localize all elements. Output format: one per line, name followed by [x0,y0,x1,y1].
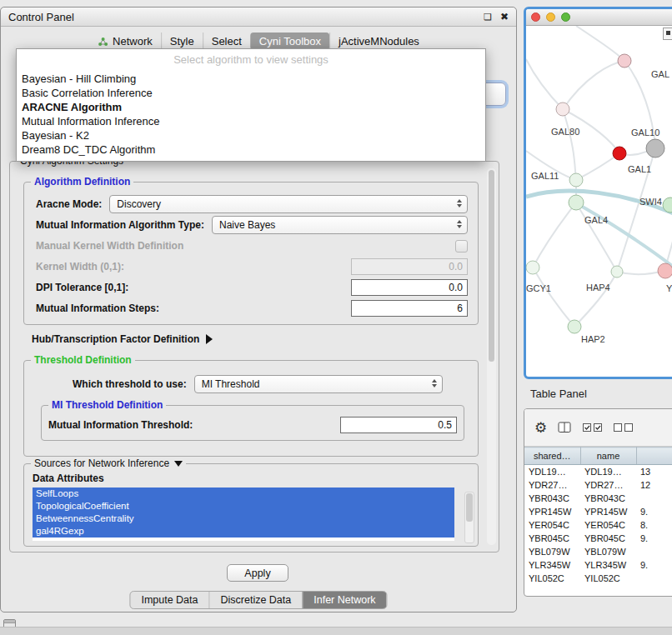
attributes-scrollbar-thumb[interactable] [466,493,473,522]
which-threshold-label: Which threshold to use: [73,378,187,390]
network-node[interactable] [568,320,581,333]
mi-threshold-input[interactable] [340,417,457,433]
table-cell: YLR345W [524,558,580,572]
tab-cyni-toolbox[interactable]: Cyni Toolbox [250,32,329,50]
algorithm-option[interactable]: Dream8 DC_TDC Algorithm [17,142,485,157]
collapse-down-icon [174,461,183,467]
show-columns-icon[interactable] [558,422,572,433]
mi-type-label: Mutual Information Algorithm Type: [36,219,204,231]
network-canvas[interactable]: GALGAL80GAL10GAL1GAL11SWI4GAL4GCY1HAP4YH… [526,26,672,363]
sources-legend[interactable]: Sources for Network Inference [31,458,186,469]
algorithm-option[interactable]: Bayesian - Hill Climbing [17,72,485,86]
dropdown-placeholder: Select algorithm to view settings [17,51,485,72]
table-cell: YER054C [580,518,636,532]
table-cell: YDL19… [524,465,580,479]
updown-arrows-icon [457,220,462,228]
algorithm-option[interactable]: Basic Correlation Inference [17,86,485,100]
table-cell: YBL079W [524,545,580,558]
table-row[interactable]: YDL19…YDL19…13 [524,465,672,479]
network-node-label: GCY1 [526,283,551,293]
unselect-all-columns-icon[interactable] [614,423,634,432]
kernel-width-label: Kernel Width (0,1): [36,261,351,272]
network-node[interactable] [569,195,584,210]
status-bar [0,627,672,635]
table-row[interactable]: YER054CYER054C8. [524,518,672,532]
network-node[interactable] [526,261,539,274]
network-node[interactable] [611,266,623,278]
updown-arrows-icon [432,379,437,388]
tab-select[interactable]: Select [203,32,250,50]
float-window-icon[interactable]: ❏ [484,12,492,22]
control-panel-tabs: Network Style Select Cyni Toolbox jActiv… [89,32,428,50]
tab-discretize-data[interactable]: Discretize Data [209,592,303,608]
aracne-mode-label: Aracne Mode: [36,198,102,210]
settings-scrollbar[interactable] [487,168,496,545]
network-node[interactable] [613,147,626,160]
table-row[interactable]: YLR345WYLR345W9. [524,558,672,572]
table-row[interactable]: YBL079WYBL079W [524,545,672,558]
mi-threshold-definition-group: MI Threshold Definition Mutual Informati… [41,405,464,441]
mi-threshold-label: Mutual Information Threshold: [48,419,340,431]
tab-style[interactable]: Style [161,32,203,50]
select-all-columns-icon[interactable] [583,423,603,432]
tab-infer-network[interactable]: Infer Network [302,592,386,608]
table-row[interactable]: YIL052CYIL052C [524,572,672,585]
network-node[interactable] [618,54,631,68]
table-cell: YDL19… [580,465,636,479]
table-column-header[interactable]: name [580,448,636,465]
table-panel-title: Table Panel [530,388,587,400]
network-node[interactable] [569,173,583,187]
network-node[interactable] [556,102,569,116]
threshold-definition-legend: Threshold Definition [31,354,135,366]
network-node-label: SWI4 [639,197,662,207]
mi-threshold-legend: MI Threshold Definition [48,399,166,411]
attribute-list-item[interactable]: gal4RGexp [33,525,454,538]
kernel-width-input[interactable] [351,258,468,275]
network-node-label: GAL4 [584,215,608,225]
tab-jactivemnodules[interactable]: jActiveMNodules [329,32,428,50]
algorithm-option[interactable]: ARACNE Algorithm [17,100,485,114]
node-table: shared…name YDL19…YDL19…13YDR27…YDR27…12… [524,447,672,585]
mi-steps-input[interactable] [351,300,468,317]
algorithm-option[interactable]: Mutual Information Inference [17,114,485,128]
table-row[interactable]: YPR145WYPR145W9. [524,505,672,518]
table-cell: 9. [636,505,672,518]
apply-button[interactable]: Apply [227,564,288,582]
table-settings-gear-icon[interactable]: ⚙ [534,421,547,435]
network-node-label: HAP4 [586,282,610,292]
sources-group: Sources for Network Inference Data Attri… [23,463,479,547]
algorithm-definition-group: Algorithm Definition Aracne Mode: Discov… [23,182,479,325]
close-icon[interactable]: ✖ [500,11,509,22]
which-threshold-select[interactable]: MI Threshold [194,375,443,393]
settings-scrollbar-thumb[interactable] [489,170,494,362]
aracne-mode-select[interactable]: Discovery [109,195,468,213]
zoom-traffic-light[interactable] [561,12,570,22]
table-row[interactable]: YBR043CYBR043C [524,492,672,505]
attribute-list-item[interactable]: BetweennessCentrality [33,512,454,525]
mi-type-select[interactable]: Naive Bayes [212,216,468,234]
attribute-list-item[interactable]: TopologicalCoefficient [33,500,454,512]
manual-kernel-checkbox[interactable] [455,240,468,252]
canvas-corner-icon[interactable] [663,28,672,40]
network-node[interactable] [658,263,672,278]
tab-impute-data[interactable]: Impute Data [130,592,208,608]
table-toolbar: ⚙ [524,409,672,447]
network-node[interactable] [646,139,664,158]
attribute-list-item[interactable]: SelfLoops [33,488,454,500]
algorithm-option[interactable]: Bayesian - K2 [17,128,485,142]
hub-definition-expander[interactable]: Hub/Transcription Factor Definition [32,333,213,345]
table-column-header[interactable] [636,448,672,465]
attributes-scrollbar[interactable] [464,492,474,543]
close-traffic-light[interactable] [531,12,540,22]
dpi-tolerance-input[interactable] [351,279,468,296]
table-cell: YBR045C [580,532,636,545]
table-row[interactable]: YBR045CYBR045C9. [524,532,672,545]
table-cell: YPR145W [580,505,636,518]
network-window-titlebar [526,9,672,26]
network-node-label: GAL11 [531,171,559,181]
table-row[interactable]: YDR27…YDR27…12 [524,478,672,492]
network-node-label: GAL [651,69,669,79]
table-column-header[interactable]: shared… [524,448,580,465]
tab-network[interactable]: Network [89,32,161,50]
minimize-traffic-light[interactable] [546,12,555,22]
